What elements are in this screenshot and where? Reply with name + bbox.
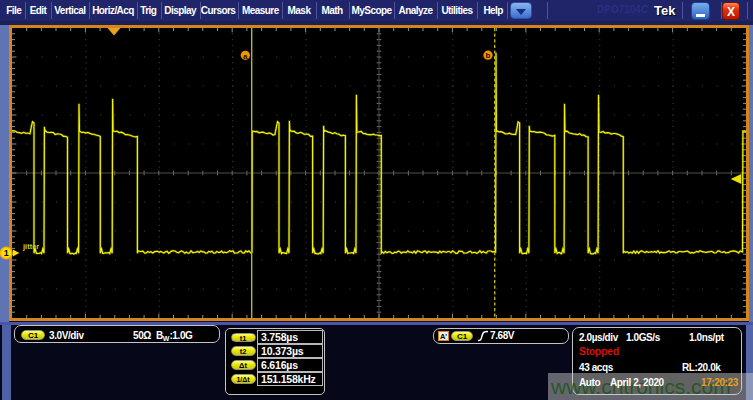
svg-text:jitter: jitter [22,242,39,251]
svg-text:a: a [243,52,248,61]
svg-text:b: b [486,51,491,60]
svg-text:1: 1 [4,248,9,258]
